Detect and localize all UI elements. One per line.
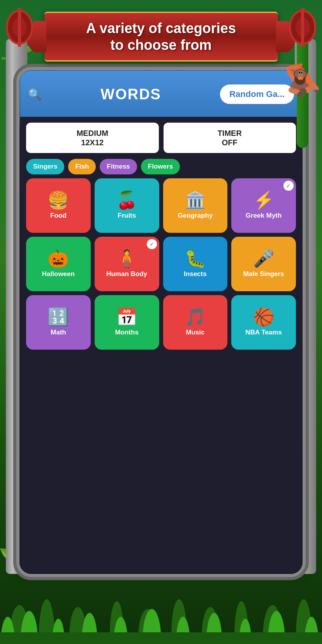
greek-myth-icon: ⚡	[253, 192, 274, 209]
banner-text-line1: A variety of categories	[68, 20, 255, 37]
banner-text-line2: to choose from	[68, 37, 255, 53]
food-label: Food	[50, 212, 67, 220]
check-badge-greek-myth: ✓	[283, 181, 294, 191]
check-badge-human-body: ✓	[147, 239, 157, 249]
category-fruits[interactable]: 🍒 Fruits	[95, 178, 159, 233]
greek-myth-label: Greek Myth	[246, 212, 282, 220]
banner: A variety of categories to choose from	[0, 12, 322, 62]
food-icon: 🍔	[48, 192, 69, 209]
category-months[interactable]: 📅 Months	[95, 295, 159, 350]
chips-scroll-row[interactable]: Singers Fish Fitness Flowers	[26, 159, 296, 174]
header-area: 🔍 WORDS Random Ga...	[20, 71, 302, 118]
chip-fitness[interactable]: Fitness	[100, 159, 137, 174]
chip-fish[interactable]: Fish	[68, 159, 96, 174]
category-geography[interactable]: 🏛️ Geography	[163, 178, 228, 233]
music-label: Music	[186, 329, 204, 336]
geography-label: Geography	[178, 212, 213, 220]
fruits-icon: 🍒	[116, 192, 137, 209]
chip-singers[interactable]: Singers	[26, 159, 64, 174]
music-icon: 🎵	[185, 308, 206, 326]
grass-overlay	[0, 558, 322, 644]
timer-line1: TIMER	[167, 128, 292, 138]
category-grid: 🍔 Food 🍒 Fruits 🏛️ Geography ✓ ⚡ Greek M…	[26, 178, 296, 350]
svg-rect-29	[0, 632, 322, 644]
monkey-decoration: 🦧	[283, 62, 322, 99]
months-icon: 📅	[116, 308, 137, 326]
months-label: Months	[115, 329, 138, 336]
halloween-label: Halloween	[42, 270, 75, 278]
category-insects[interactable]: 🐛 Insects	[163, 237, 228, 291]
nba-teams-icon: 🏀	[253, 308, 274, 326]
insects-label: Insects	[184, 270, 207, 278]
nba-teams-label: NBA Teams	[245, 329, 282, 336]
human-body-label: Human Body	[106, 270, 147, 278]
male-singers-label: Male Singers	[243, 270, 284, 278]
category-nba-teams[interactable]: 🏀 NBA Teams	[231, 295, 296, 350]
page-title: WORDS	[100, 86, 161, 103]
category-math[interactable]: 🔢 Math	[26, 295, 91, 350]
difficulty-button[interactable]: MEDIUM 12X12	[26, 123, 159, 153]
male-singers-icon: 🎤	[253, 250, 274, 267]
content-area: MEDIUM 12X12 TIMER OFF Singers Fish Fitn…	[20, 117, 302, 573]
timer-line2: OFF	[167, 138, 292, 147]
search-icon[interactable]: 🔍	[28, 88, 42, 101]
math-label: Math	[51, 329, 66, 336]
geography-icon: 🏛️	[185, 192, 206, 209]
chip-flowers[interactable]: Flowers	[141, 159, 180, 174]
insects-icon: 🐛	[185, 250, 206, 267]
banner-ribbon: A variety of categories to choose from	[44, 12, 278, 62]
halloween-icon: 🎃	[48, 250, 69, 267]
difficulty-line2: 12X12	[30, 138, 155, 147]
category-greek-myth[interactable]: ✓ ⚡ Greek Myth	[231, 178, 296, 233]
category-human-body[interactable]: ✓ 🧍 Human Body	[95, 237, 159, 291]
category-halloween[interactable]: 🎃 Halloween	[26, 237, 91, 291]
svg-rect-7	[301, 8, 304, 47]
category-food[interactable]: 🍔 Food	[26, 178, 91, 233]
category-male-singers[interactable]: 🎤 Male Singers	[231, 237, 296, 291]
category-music[interactable]: 🎵 Music	[163, 295, 228, 350]
svg-rect-3	[18, 8, 21, 47]
timer-button[interactable]: TIMER OFF	[164, 123, 296, 153]
fruits-label: Fruits	[118, 212, 136, 220]
human-body-icon: 🧍	[116, 250, 137, 267]
math-icon: 🔢	[48, 308, 69, 326]
difficulty-line1: MEDIUM	[30, 128, 155, 138]
settings-row: MEDIUM 12X12 TIMER OFF	[26, 123, 296, 153]
